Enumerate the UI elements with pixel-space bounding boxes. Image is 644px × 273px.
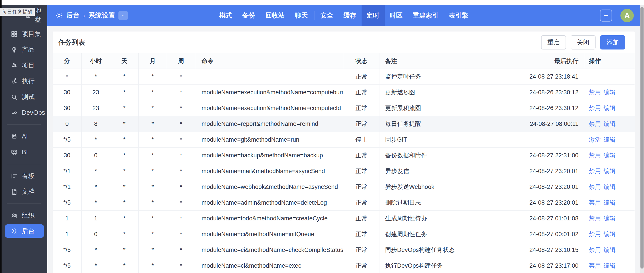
cell-status: 正常 bbox=[343, 211, 380, 226]
sidebar-item-program[interactable]: 项目集 bbox=[2, 26, 47, 42]
menu-item-table-engine[interactable]: 表引擎 bbox=[444, 5, 473, 26]
column-header-hour[interactable]: 小时 bbox=[82, 53, 110, 69]
column-header-actions[interactable]: 操作 bbox=[585, 53, 635, 69]
cell-month: * bbox=[139, 179, 167, 195]
cell-remark: 监控定时任务 bbox=[380, 69, 528, 85]
cell-min: */5 bbox=[53, 258, 82, 273]
edit-link[interactable]: 编辑 bbox=[604, 230, 616, 238]
column-header-status[interactable]: 状态 bbox=[343, 53, 380, 69]
column-header-command[interactable]: 命令 bbox=[195, 53, 343, 69]
disable-link[interactable]: 禁用 bbox=[589, 183, 601, 191]
sidebar-item-kanban[interactable]: 看板 bbox=[2, 168, 47, 184]
edit-link[interactable]: 编辑 bbox=[604, 104, 616, 112]
disable-link[interactable]: 禁用 bbox=[589, 199, 601, 207]
page-scrollbar[interactable] bbox=[640, 5, 644, 273]
create-button[interactable] bbox=[600, 9, 612, 21]
breadcrumb-app[interactable]: 后台 bbox=[66, 11, 80, 20]
column-header-remark[interactable]: 备注 bbox=[380, 53, 528, 69]
menu-item-timezone[interactable]: 时区 bbox=[385, 5, 408, 26]
menu-item-chat[interactable]: 聊天 bbox=[290, 5, 313, 26]
edit-link[interactable]: 编辑 bbox=[604, 199, 616, 207]
cell-day: * bbox=[110, 211, 139, 226]
cell-week: * bbox=[167, 163, 195, 179]
chart-board-icon bbox=[10, 148, 18, 156]
cell-status: 正常 bbox=[343, 226, 380, 242]
sidebar-item-doc[interactable]: 文档 bbox=[2, 184, 47, 200]
sidebar-item-product[interactable]: 产品 bbox=[2, 42, 47, 57]
column-header-week[interactable]: 周 bbox=[167, 53, 195, 69]
cell-command: moduleName=execution&methodName=computec… bbox=[195, 100, 343, 116]
column-header-day[interactable]: 天 bbox=[110, 53, 139, 69]
gear-icon bbox=[55, 12, 63, 19]
edit-link[interactable]: 编辑 bbox=[604, 183, 616, 191]
column-header-min[interactable]: 分 bbox=[53, 53, 82, 69]
cell-week: * bbox=[167, 242, 195, 258]
cell-status: 停止 bbox=[343, 132, 380, 148]
disable-link[interactable]: 禁用 bbox=[589, 246, 601, 254]
cell-day: * bbox=[110, 179, 139, 195]
cell-month: * bbox=[139, 148, 167, 163]
disable-link[interactable]: 禁用 bbox=[589, 104, 601, 112]
cell-min: 30 bbox=[53, 100, 82, 116]
menu-item-recycle-bin[interactable]: 回收站 bbox=[260, 5, 290, 26]
menu-item-cache[interactable]: 缓存 bbox=[338, 5, 362, 26]
menu-item-mode[interactable]: 模式 bbox=[214, 5, 237, 26]
menu-item-backup[interactable]: 备份 bbox=[237, 5, 260, 26]
table-row: */5****moduleName=ci&methodName=checkCom… bbox=[53, 242, 635, 258]
edit-link[interactable]: 编辑 bbox=[604, 151, 616, 159]
sidebar-item-admin[interactable]: 后台 bbox=[5, 224, 44, 238]
edit-link[interactable]: 编辑 bbox=[604, 214, 616, 222]
disable-link[interactable]: 禁用 bbox=[589, 120, 601, 128]
disable-link[interactable]: 禁用 bbox=[589, 262, 601, 270]
column-header-month[interactable]: 月 bbox=[139, 53, 167, 69]
edit-link[interactable]: 编辑 bbox=[604, 120, 616, 128]
sidebar-item-devops[interactable]: DevOps bbox=[2, 105, 47, 121]
cell-month: * bbox=[139, 258, 167, 273]
edit-link[interactable]: 编辑 bbox=[604, 167, 616, 175]
cell-remark: 更新累积流图 bbox=[380, 100, 528, 116]
avatar[interactable]: A bbox=[620, 9, 634, 22]
sidebar-item-qa[interactable]: 测试 bbox=[2, 89, 47, 105]
close-button[interactable]: 关闭 bbox=[571, 35, 596, 49]
sidebar-item-bi[interactable]: BI bbox=[2, 144, 47, 160]
cell-day: * bbox=[110, 242, 139, 258]
cell-week: * bbox=[167, 148, 195, 163]
table-row: 300***moduleName=backup&methodName=backu… bbox=[53, 148, 635, 163]
menu-item-rebuild-index[interactable]: 重建索引 bbox=[408, 5, 444, 26]
edit-link[interactable]: 编辑 bbox=[604, 136, 616, 144]
activate-link[interactable]: 激活 bbox=[589, 136, 601, 144]
table-row: 10***moduleName=ci&methodName=initQueue正… bbox=[53, 226, 635, 242]
breadcrumb: 后台 › 系统设置 bbox=[55, 5, 128, 26]
restart-button[interactable]: 重启 bbox=[541, 35, 566, 49]
kanban-icon bbox=[10, 172, 18, 180]
disable-link[interactable]: 禁用 bbox=[589, 151, 601, 159]
menu-item-cron[interactable]: 定时 bbox=[362, 5, 385, 26]
menu-item-security[interactable]: 安全 bbox=[315, 5, 338, 26]
left-edge-strip bbox=[0, 0, 2, 273]
cell-month: * bbox=[139, 116, 167, 132]
edit-link[interactable]: 编辑 bbox=[604, 262, 616, 270]
sidebar-item-ai[interactable]: AI bbox=[2, 129, 47, 144]
breadcrumb-page[interactable]: 系统设置 bbox=[88, 11, 115, 20]
cell-hour: * bbox=[82, 132, 110, 148]
disable-link[interactable]: 禁用 bbox=[589, 214, 601, 222]
add-button[interactable]: 添加 bbox=[600, 35, 625, 49]
sidebar-item-org[interactable]: 组织 bbox=[2, 208, 47, 223]
cell-status: 正常 bbox=[343, 179, 380, 195]
sidebar-item-execution[interactable]: 执行 bbox=[2, 73, 47, 89]
breadcrumb-dropdown-button[interactable] bbox=[118, 11, 128, 20]
disable-link[interactable]: 禁用 bbox=[589, 230, 601, 238]
sidebar-item-project[interactable]: 项目 bbox=[2, 57, 47, 73]
edit-link[interactable]: 编辑 bbox=[604, 88, 616, 96]
edit-link[interactable]: 编辑 bbox=[604, 246, 616, 254]
scrollbar-thumb[interactable] bbox=[640, 7, 644, 269]
cell-day: * bbox=[110, 226, 139, 242]
disable-link[interactable]: 禁用 bbox=[589, 88, 601, 96]
cell-actions bbox=[585, 69, 635, 85]
column-header-last[interactable]: 最后执行 bbox=[528, 53, 585, 69]
cell-min: */5 bbox=[53, 132, 82, 148]
sidebar-item-label: 项目集 bbox=[22, 29, 41, 38]
disable-link[interactable]: 禁用 bbox=[589, 167, 601, 175]
cell-min: 30 bbox=[53, 85, 82, 100]
cell-command: moduleName=webhook&methodName=asyncSend bbox=[195, 179, 343, 195]
